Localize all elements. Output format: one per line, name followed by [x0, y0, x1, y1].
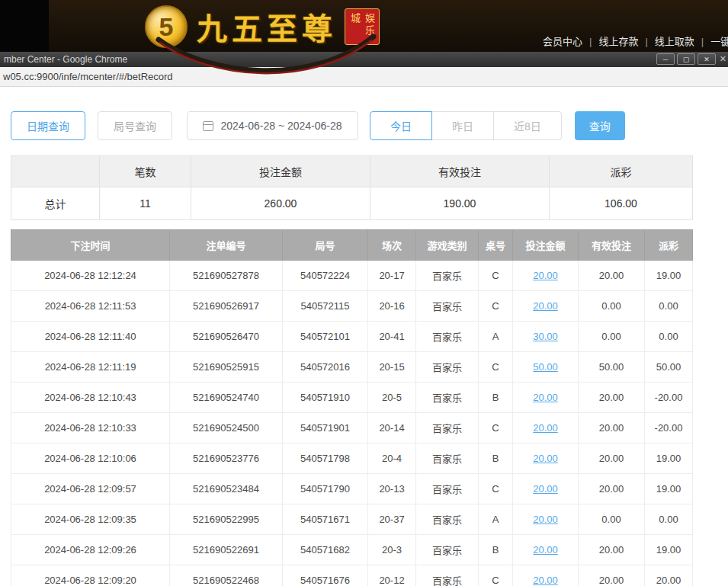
browser-urlbar[interactable]: w05.cc:9900/infe/mcenter/#/betRecord — [0, 67, 728, 87]
round-no-cell: 540572115 — [283, 291, 368, 322]
bet-time-cell: 2024-06-28 12:09:20 — [11, 565, 170, 586]
today-button[interactable]: 今日 — [370, 111, 432, 140]
top-nav: 会员中心线上存款线上取款一键恢复 — [543, 34, 728, 48]
nav-item[interactable]: 一键恢复 — [710, 36, 728, 47]
table-no-cell: B — [479, 444, 513, 474]
round-no-cell: 540572016 — [283, 352, 368, 383]
summary-total-count: 11 — [100, 187, 191, 220]
bet-amount-cell: 30.00 — [513, 322, 579, 352]
bet-table-body: 2024-06-28 12:12:24521690527878540572224… — [11, 261, 693, 586]
summary-total-row: 总计 11 260.00 190.00 106.00 — [11, 187, 693, 220]
game-type-cell: 百家乐 — [416, 444, 479, 474]
bet-amount-cell: 20.00 — [513, 413, 579, 444]
bet-amount-link[interactable]: 20.00 — [533, 392, 558, 403]
order-no-cell: 521690522468 — [170, 565, 283, 586]
table-no-cell: C — [479, 413, 513, 444]
session-cell: 20-5 — [368, 383, 416, 413]
payout-cell: 19.00 — [645, 444, 693, 474]
order-no-cell: 521690526470 — [170, 322, 283, 352]
bet-col-header: 有效投注 — [579, 230, 645, 261]
calendar-icon — [203, 121, 213, 131]
bet-row: 2024-06-28 12:09:57521690523484540571790… — [11, 474, 693, 504]
maximize-icon[interactable]: ▢ — [677, 53, 695, 65]
game-type-cell: 百家乐 — [416, 474, 479, 504]
valid-bet-cell: 20.00 — [579, 565, 645, 586]
round-no-cell: 540572101 — [283, 322, 368, 352]
last-8-days-button[interactable]: 近8日 — [493, 111, 562, 140]
filter-bar: 日期查询 局号查询 2024-06-28 ~ 2024-06-28 今日 昨日 … — [11, 111, 728, 140]
bet-amount-link[interactable]: 20.00 — [533, 544, 558, 556]
bet-col-header: 投注金额 — [513, 230, 579, 261]
payout-cell: 19.00 — [645, 474, 693, 504]
session-cell: 20-13 — [368, 474, 416, 504]
session-cell: 20-16 — [368, 291, 416, 322]
table-no-cell: C — [479, 261, 513, 291]
date-query-button[interactable]: 日期查询 — [11, 111, 85, 140]
bet-col-header: 桌号 — [479, 230, 513, 261]
payout-cell: 19.00 — [645, 535, 693, 565]
bet-amount-link[interactable]: 30.00 — [533, 331, 558, 342]
game-type-cell: 百家乐 — [416, 291, 479, 322]
minimize-icon[interactable]: ─ — [656, 53, 675, 65]
summary-total-payout: 106.00 — [550, 187, 693, 220]
table-no-cell: C — [479, 565, 513, 586]
payout-cell: 0.00 — [645, 291, 693, 322]
round-query-button[interactable]: 局号查询 — [98, 111, 172, 140]
valid-bet-cell: 50.00 — [579, 352, 645, 383]
session-cell: 20-3 — [368, 535, 416, 565]
valid-bet-cell: 20.00 — [579, 383, 645, 413]
bet-amount-link[interactable]: 20.00 — [533, 300, 558, 312]
round-no-cell: 540571676 — [283, 565, 368, 586]
bet-row: 2024-06-28 12:11:40521690526470540572101… — [11, 322, 693, 352]
bet-col-header: 派彩 — [645, 230, 693, 261]
order-no-cell: 521690524500 — [170, 413, 283, 444]
valid-bet-cell: 0.00 — [579, 291, 645, 322]
bet-col-header: 注单编号 — [170, 230, 283, 261]
bet-amount-link[interactable]: 20.00 — [533, 575, 558, 586]
bet-row: 2024-06-28 12:09:35521690522995540571671… — [11, 504, 693, 535]
game-type-cell: 百家乐 — [416, 504, 479, 535]
session-cell: 20-4 — [368, 444, 416, 474]
bet-row: 2024-06-28 12:11:19521690525915540572016… — [11, 352, 693, 383]
summary-total-valid: 190.00 — [370, 187, 550, 220]
yesterday-button[interactable]: 昨日 — [431, 111, 494, 140]
round-no-cell: 540571671 — [283, 504, 368, 535]
site-header: 5 九五至尊 娱乐城 会员中心线上存款线上取款一键恢复 — [0, 0, 728, 52]
screen: 5 九五至尊 娱乐城 会员中心线上存款线上取款一键恢复 mber Center … — [0, 0, 728, 586]
order-no-cell: 521690524740 — [170, 383, 283, 413]
page-content: 日期查询 局号查询 2024-06-28 ~ 2024-06-28 今日 昨日 … — [0, 87, 728, 586]
bet-amount-link[interactable]: 20.00 — [533, 453, 558, 464]
payout-cell: 19.00 — [645, 261, 693, 291]
bet-amount-cell: 20.00 — [513, 383, 579, 413]
game-type-cell: 百家乐 — [416, 322, 479, 352]
search-button[interactable]: 查询 — [575, 111, 625, 140]
bet-amount-link[interactable]: 20.00 — [533, 422, 558, 434]
bet-amount-link[interactable]: 20.00 — [533, 514, 558, 525]
nav-item[interactable]: 会员中心 — [543, 36, 598, 47]
bet-time-cell: 2024-06-28 12:09:57 — [11, 474, 170, 504]
nav-item[interactable]: 线上存款 — [598, 36, 654, 47]
summary-table: 笔数 投注金额 有效投注 派彩 总计 11 260.00 190.00 106.… — [11, 155, 693, 220]
bet-amount-link[interactable]: 20.00 — [533, 270, 558, 281]
valid-bet-cell: 20.00 — [579, 261, 645, 291]
bet-amount-link[interactable]: 50.00 — [533, 361, 558, 373]
round-no-cell: 540571798 — [283, 444, 368, 474]
round-no-cell: 540571682 — [283, 535, 368, 565]
close-icon[interactable]: ✕ — [698, 53, 716, 65]
bet-time-cell: 2024-06-28 12:11:53 — [11, 291, 170, 322]
outer-close-icon[interactable]: ✕ — [720, 54, 726, 64]
bet-row: 2024-06-28 12:09:26521690522691540571682… — [11, 535, 693, 565]
bet-col-header: 局号 — [283, 230, 368, 261]
table-no-cell: C — [479, 474, 513, 504]
round-no-cell: 540571901 — [283, 413, 368, 444]
nav-item[interactable]: 线上取款 — [655, 36, 710, 47]
date-range-input[interactable]: 2024-06-28 ~ 2024-06-28 — [187, 111, 358, 140]
bet-table: 下注时间注单编号局号场次游戏类别桌号投注金额有效投注派彩 2024-06-28 … — [11, 229, 693, 586]
table-no-cell: B — [479, 383, 513, 413]
game-type-cell: 百家乐 — [416, 413, 479, 444]
bet-time-cell: 2024-06-28 12:12:24 — [11, 261, 170, 291]
valid-bet-cell: 20.00 — [579, 474, 645, 504]
bet-amount-cell: 20.00 — [513, 565, 579, 586]
payout-cell: 20.00 — [645, 565, 693, 586]
bet-amount-link[interactable]: 20.00 — [533, 483, 558, 495]
